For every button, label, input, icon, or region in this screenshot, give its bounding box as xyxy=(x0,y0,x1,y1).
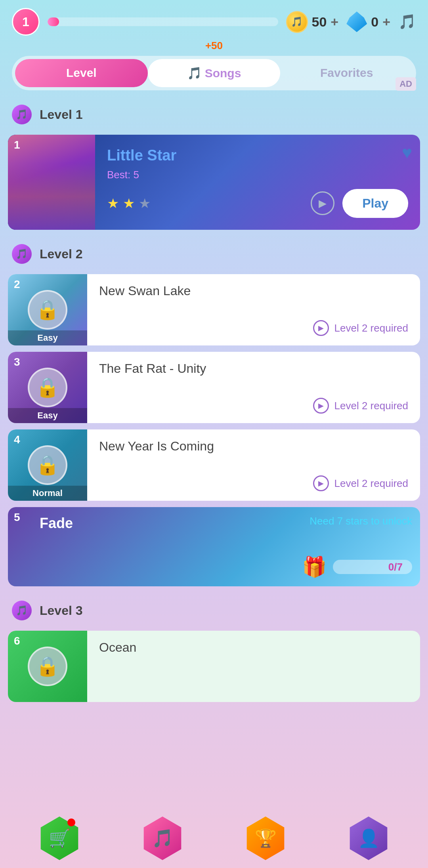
level2-title: Level 2 xyxy=(40,247,83,261)
new-swan-lake-thumbnail: 2 🔒 Easy xyxy=(8,274,87,345)
fat-rat-thumbnail: 3 🔒 Easy xyxy=(8,352,87,423)
tab-favorites[interactable]: Favorites xyxy=(280,59,413,87)
level1-icon: 🎵 xyxy=(12,105,32,124)
lock-icon: 🔒 xyxy=(36,299,59,321)
content-area: 🎵 Level 1 1 Little Star Best: 5 ★ ★ ★ ▶ … xyxy=(0,98,428,756)
level1-title: Level 1 xyxy=(40,107,83,122)
new-year-thumbnail: 4 🔒 Normal xyxy=(8,429,87,501)
trophy-icon: 🏆 xyxy=(255,828,277,849)
nav-trophy[interactable]: 🏆 xyxy=(244,816,287,860)
xp-bar xyxy=(48,17,278,26)
coin-section: 🎵 50 + xyxy=(286,11,339,33)
new-swan-lake-title: New Swan Lake xyxy=(99,284,408,298)
fade-progress-text: 0/7 xyxy=(388,561,403,573)
level1-header: 🎵 Level 1 xyxy=(8,98,420,131)
little-star-controls: ★ ★ ★ ▶ Play xyxy=(107,189,408,218)
req-play-icon: ▶ xyxy=(313,320,329,336)
music-hex[interactable]: 🎵 xyxy=(141,816,184,860)
fade-title: Fade xyxy=(40,515,73,532)
coin-icon: 🎵 xyxy=(286,11,308,33)
little-star-info: Little Star Best: 5 ★ ★ ★ ▶ Play xyxy=(95,139,420,226)
shop-notification-dot xyxy=(67,818,75,826)
lock-overlay-6: 🔒 xyxy=(8,631,87,702)
star-3: ★ xyxy=(139,195,151,211)
gift-icon: 🎁 xyxy=(302,555,327,578)
coin-count: 50 xyxy=(312,14,327,30)
nav-music[interactable]: 🎵 xyxy=(141,816,184,860)
shop-cart-icon: 🛒 xyxy=(49,828,71,849)
song-card-new-swan-lake: 2 🔒 Easy New Swan Lake ▶ Level 2 require… xyxy=(8,274,420,345)
nav-shop[interactable]: 🛒 xyxy=(38,816,81,860)
music-note-icon: 🎵 xyxy=(187,67,202,80)
song-card-fade: 5 Fade Need 7 stars to unlock 🎁 0/7 xyxy=(8,507,420,586)
difficulty-badge-easy-2: Easy xyxy=(8,330,87,345)
new-swan-lake-info: New Swan Lake ▶ Level 2 required xyxy=(87,274,420,345)
lock-circle-6: 🔒 xyxy=(28,647,67,686)
lock-icon-4: 🔒 xyxy=(36,454,59,476)
song-number-5: 5 xyxy=(14,511,20,524)
lock-circle-3: 🔒 xyxy=(28,368,67,407)
fat-rat-title: The Fat Rat - Unity xyxy=(99,361,408,376)
gem-icon xyxy=(346,11,367,32)
lock-circle: 🔒 xyxy=(28,290,67,330)
req-play-icon-4: ▶ xyxy=(313,475,329,491)
fat-rat-info: The Fat Rat - Unity ▶ Level 2 required xyxy=(87,352,420,423)
little-star-thumbnail: 1 xyxy=(8,135,95,230)
little-star-best: Best: 5 xyxy=(107,169,408,181)
bottom-navigation: 🛒 🎵 🏆 👤 xyxy=(0,813,428,868)
main-tabs: Level 🎵Songs Favorites xyxy=(12,56,416,90)
lock-icon-6: 🔒 xyxy=(36,655,59,677)
tab-songs[interactable]: 🎵Songs xyxy=(148,59,281,87)
difficulty-badge-normal-4: Normal xyxy=(8,486,87,501)
gem-section: 0 + xyxy=(346,11,390,32)
new-year-title: New Year Is Coming xyxy=(99,439,408,454)
fat-rat-requirement: ▶ Level 2 required xyxy=(313,398,408,414)
level3-icon: 🎵 xyxy=(12,601,32,620)
level3-header: 🎵 Level 3 xyxy=(8,594,420,627)
new-year-requirement: ▶ Level 2 required xyxy=(313,475,408,491)
level3-title: Level 3 xyxy=(40,603,83,618)
ocean-thumbnail: 6 🔒 xyxy=(8,631,87,702)
music-note-nav-icon: 🎵 xyxy=(152,828,174,849)
trophy-hex[interactable]: 🏆 xyxy=(244,816,287,860)
fade-unlock-text: Need 7 stars to unlock xyxy=(310,515,412,527)
song-number-1: 1 xyxy=(14,139,20,151)
fade-progress-area: 🎁 0/7 xyxy=(302,555,412,578)
ocean-info: Ocean xyxy=(87,631,420,702)
star-2: ★ xyxy=(123,195,135,211)
add-coins-button[interactable]: + xyxy=(331,14,338,30)
new-year-info: New Year Is Coming ▶ Level 2 required xyxy=(87,429,420,501)
preview-button[interactable]: ▶ xyxy=(311,191,334,215)
lock-circle-4: 🔒 xyxy=(28,445,67,485)
difficulty-badge-easy-3: Easy xyxy=(8,408,87,423)
level2-icon: 🎵 xyxy=(12,244,32,264)
ad-badge: AD xyxy=(396,77,416,91)
level2-header: 🎵 Level 2 xyxy=(8,238,420,270)
add-gems-button[interactable]: + xyxy=(382,14,390,30)
favorite-heart-button[interactable]: ♥ xyxy=(402,143,412,162)
xp-fill xyxy=(48,17,59,26)
song-card-ocean: 6 🔒 Ocean xyxy=(8,631,420,702)
profile-person-icon: 👤 xyxy=(358,828,380,849)
top-bar: 1 🎵 50 + 0 + 🎵 xyxy=(0,0,428,44)
nav-profile[interactable]: 👤 xyxy=(347,816,390,860)
req-play-icon-3: ▶ xyxy=(313,398,329,414)
little-star-title: Little Star xyxy=(107,147,408,164)
shop-hex[interactable]: 🛒 xyxy=(38,816,81,860)
play-button[interactable]: Play xyxy=(342,189,408,218)
lock-icon-3: 🔒 xyxy=(36,376,59,399)
settings-music-icon[interactable]: 🎵 xyxy=(398,13,416,30)
tab-level[interactable]: Level xyxy=(15,59,148,87)
new-swan-lake-requirement: ▶ Level 2 required xyxy=(313,320,408,336)
player-level-badge: 1 xyxy=(12,8,40,36)
gem-count: 0 xyxy=(371,14,378,30)
song-card-fat-rat-unity: 3 🔒 Easy The Fat Rat - Unity ▶ Level 2 r… xyxy=(8,352,420,423)
profile-hex[interactable]: 👤 xyxy=(347,816,390,860)
song-card-new-year: 4 🔒 Normal New Year Is Coming ▶ Level 2 … xyxy=(8,429,420,501)
ocean-title: Ocean xyxy=(99,640,408,655)
song-card-little-star: 1 Little Star Best: 5 ★ ★ ★ ▶ Play ♥ xyxy=(8,135,420,230)
star-rating: ★ ★ ★ xyxy=(107,195,303,211)
star-1: ★ xyxy=(107,195,119,211)
